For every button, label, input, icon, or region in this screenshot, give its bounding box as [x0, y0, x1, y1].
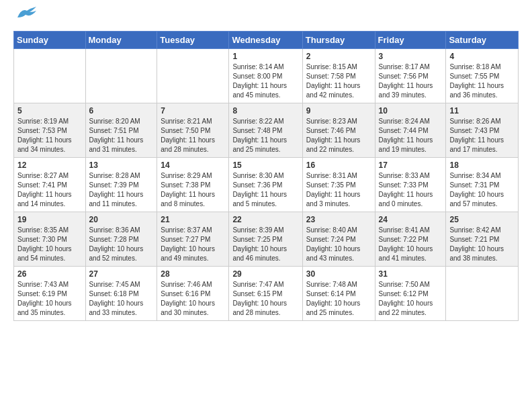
- day-number: 14: [161, 161, 225, 170]
- day-info: Sunrise: 8:21 AM Sunset: 7:50 PM Dayligh…: [161, 117, 225, 154]
- header: [13, 11, 519, 23]
- calendar-cell: [85, 49, 157, 103]
- day-number: 15: [232, 161, 298, 170]
- day-number: 22: [232, 215, 298, 224]
- day-number: 4: [449, 52, 515, 61]
- day-number: 24: [379, 215, 443, 224]
- day-number: 25: [449, 215, 515, 224]
- day-info: Sunrise: 8:37 AM Sunset: 7:27 PM Dayligh…: [161, 226, 225, 263]
- calendar-cell: 5Sunrise: 8:19 AM Sunset: 7:53 PM Daylig…: [14, 103, 86, 158]
- calendar-week-row: 19Sunrise: 8:35 AM Sunset: 7:30 PM Dayli…: [14, 212, 519, 267]
- calendar-cell: 21Sunrise: 8:37 AM Sunset: 7:27 PM Dayli…: [157, 212, 229, 267]
- day-number: 23: [306, 215, 371, 224]
- day-number: 2: [306, 52, 371, 61]
- day-number: 18: [449, 161, 515, 170]
- weekday-header-friday: Friday: [375, 32, 446, 49]
- calendar-cell: 12Sunrise: 8:27 AM Sunset: 7:41 PM Dayli…: [14, 158, 86, 212]
- day-info: Sunrise: 8:42 AM Sunset: 7:21 PM Dayligh…: [449, 226, 515, 263]
- calendar-cell: 30Sunrise: 7:48 AM Sunset: 6:14 PM Dayli…: [302, 267, 375, 321]
- calendar-cell: 1Sunrise: 8:14 AM Sunset: 8:00 PM Daylig…: [229, 49, 302, 103]
- day-number: 21: [161, 215, 225, 224]
- calendar-cell: 14Sunrise: 8:29 AM Sunset: 7:38 PM Dayli…: [157, 158, 229, 212]
- weekday-header-row: SundayMondayTuesdayWednesdayThursdayFrid…: [14, 32, 519, 49]
- calendar-cell: [157, 49, 229, 103]
- calendar-cell: 4Sunrise: 8:18 AM Sunset: 7:55 PM Daylig…: [446, 49, 519, 103]
- day-info: Sunrise: 8:14 AM Sunset: 8:00 PM Dayligh…: [232, 62, 298, 100]
- day-number: 5: [17, 106, 82, 116]
- day-number: 12: [17, 161, 82, 170]
- day-number: 3: [379, 52, 443, 61]
- day-info: Sunrise: 7:43 AM Sunset: 6:19 PM Dayligh…: [17, 280, 82, 318]
- day-info: Sunrise: 8:15 AM Sunset: 7:58 PM Dayligh…: [306, 62, 371, 100]
- day-info: Sunrise: 8:20 AM Sunset: 7:51 PM Dayligh…: [89, 117, 154, 154]
- calendar-cell: 31Sunrise: 7:50 AM Sunset: 6:12 PM Dayli…: [375, 267, 446, 321]
- calendar-cell: 24Sunrise: 8:41 AM Sunset: 7:22 PM Dayli…: [375, 212, 446, 267]
- day-number: 9: [306, 106, 371, 116]
- calendar-week-row: 12Sunrise: 8:27 AM Sunset: 7:41 PM Dayli…: [14, 158, 519, 212]
- weekday-header-sunday: Sunday: [14, 32, 86, 49]
- calendar-cell: [446, 267, 519, 321]
- calendar-cell: 10Sunrise: 8:24 AM Sunset: 7:44 PM Dayli…: [375, 103, 446, 158]
- day-info: Sunrise: 8:26 AM Sunset: 7:43 PM Dayligh…: [449, 117, 515, 154]
- day-number: 7: [161, 106, 225, 116]
- calendar-cell: 26Sunrise: 7:43 AM Sunset: 6:19 PM Dayli…: [14, 267, 86, 321]
- calendar-cell: 7Sunrise: 8:21 AM Sunset: 7:50 PM Daylig…: [157, 103, 229, 158]
- calendar-week-row: 1Sunrise: 8:14 AM Sunset: 8:00 PM Daylig…: [14, 49, 519, 103]
- calendar-cell: 25Sunrise: 8:42 AM Sunset: 7:21 PM Dayli…: [446, 212, 519, 267]
- weekday-header-monday: Monday: [85, 32, 157, 49]
- day-info: Sunrise: 8:17 AM Sunset: 7:56 PM Dayligh…: [379, 62, 443, 100]
- day-info: Sunrise: 8:31 AM Sunset: 7:35 PM Dayligh…: [306, 171, 371, 209]
- calendar-cell: 3Sunrise: 8:17 AM Sunset: 7:56 PM Daylig…: [375, 49, 446, 103]
- calendar-week-row: 5Sunrise: 8:19 AM Sunset: 7:53 PM Daylig…: [14, 103, 519, 158]
- day-info: Sunrise: 8:19 AM Sunset: 7:53 PM Dayligh…: [17, 117, 82, 154]
- day-info: Sunrise: 8:29 AM Sunset: 7:38 PM Dayligh…: [161, 171, 225, 209]
- calendar-cell: 18Sunrise: 8:34 AM Sunset: 7:31 PM Dayli…: [446, 158, 519, 212]
- calendar-cell: 15Sunrise: 8:30 AM Sunset: 7:36 PM Dayli…: [229, 158, 302, 212]
- day-number: 28: [161, 269, 225, 279]
- day-number: 29: [232, 269, 298, 279]
- weekday-header-tuesday: Tuesday: [157, 32, 229, 49]
- day-info: Sunrise: 8:33 AM Sunset: 7:33 PM Dayligh…: [379, 171, 443, 209]
- day-number: 10: [379, 106, 443, 116]
- day-number: 16: [306, 161, 371, 170]
- day-info: Sunrise: 8:39 AM Sunset: 7:25 PM Dayligh…: [232, 226, 298, 263]
- day-number: 20: [89, 215, 154, 224]
- day-number: 27: [89, 269, 154, 279]
- day-info: Sunrise: 8:34 AM Sunset: 7:31 PM Dayligh…: [449, 171, 515, 209]
- calendar-cell: 20Sunrise: 8:36 AM Sunset: 7:28 PM Dayli…: [85, 212, 157, 267]
- day-info: Sunrise: 8:35 AM Sunset: 7:30 PM Dayligh…: [17, 226, 82, 263]
- day-info: Sunrise: 8:36 AM Sunset: 7:28 PM Dayligh…: [89, 226, 154, 263]
- calendar-cell: 8Sunrise: 8:22 AM Sunset: 7:48 PM Daylig…: [229, 103, 302, 158]
- calendar-cell: 27Sunrise: 7:45 AM Sunset: 6:18 PM Dayli…: [85, 267, 157, 321]
- weekday-header-saturday: Saturday: [446, 32, 519, 49]
- calendar-cell: 13Sunrise: 8:28 AM Sunset: 7:39 PM Dayli…: [85, 158, 157, 212]
- calendar-table: SundayMondayTuesdayWednesdayThursdayFrid…: [13, 31, 519, 321]
- calendar-cell: 22Sunrise: 8:39 AM Sunset: 7:25 PM Dayli…: [229, 212, 302, 267]
- day-info: Sunrise: 8:24 AM Sunset: 7:44 PM Dayligh…: [379, 117, 443, 154]
- logo-bird-icon: [16, 5, 38, 20]
- day-info: Sunrise: 8:40 AM Sunset: 7:24 PM Dayligh…: [306, 226, 371, 263]
- calendar-cell: 11Sunrise: 8:26 AM Sunset: 7:43 PM Dayli…: [446, 103, 519, 158]
- day-info: Sunrise: 7:50 AM Sunset: 6:12 PM Dayligh…: [379, 280, 443, 318]
- calendar-cell: 29Sunrise: 7:47 AM Sunset: 6:15 PM Dayli…: [229, 267, 302, 321]
- calendar-cell: [14, 49, 86, 103]
- calendar-cell: 6Sunrise: 8:20 AM Sunset: 7:51 PM Daylig…: [85, 103, 157, 158]
- day-number: 6: [89, 106, 154, 116]
- logo: [13, 11, 38, 23]
- day-number: 17: [379, 161, 443, 170]
- day-info: Sunrise: 8:41 AM Sunset: 7:22 PM Dayligh…: [379, 226, 443, 263]
- day-number: 1: [232, 52, 298, 61]
- calendar-cell: 2Sunrise: 8:15 AM Sunset: 7:58 PM Daylig…: [302, 49, 375, 103]
- weekday-header-thursday: Thursday: [302, 32, 375, 49]
- day-number: 8: [232, 106, 298, 116]
- day-info: Sunrise: 7:48 AM Sunset: 6:14 PM Dayligh…: [306, 280, 371, 318]
- day-info: Sunrise: 8:18 AM Sunset: 7:55 PM Dayligh…: [449, 62, 515, 100]
- day-number: 13: [89, 161, 154, 170]
- calendar-cell: 28Sunrise: 7:46 AM Sunset: 6:16 PM Dayli…: [157, 267, 229, 321]
- calendar-cell: 17Sunrise: 8:33 AM Sunset: 7:33 PM Dayli…: [375, 158, 446, 212]
- day-info: Sunrise: 8:22 AM Sunset: 7:48 PM Dayligh…: [232, 117, 298, 154]
- day-number: 26: [17, 269, 82, 279]
- day-number: 11: [449, 106, 515, 116]
- calendar-week-row: 26Sunrise: 7:43 AM Sunset: 6:19 PM Dayli…: [14, 267, 519, 321]
- day-info: Sunrise: 8:23 AM Sunset: 7:46 PM Dayligh…: [306, 117, 371, 154]
